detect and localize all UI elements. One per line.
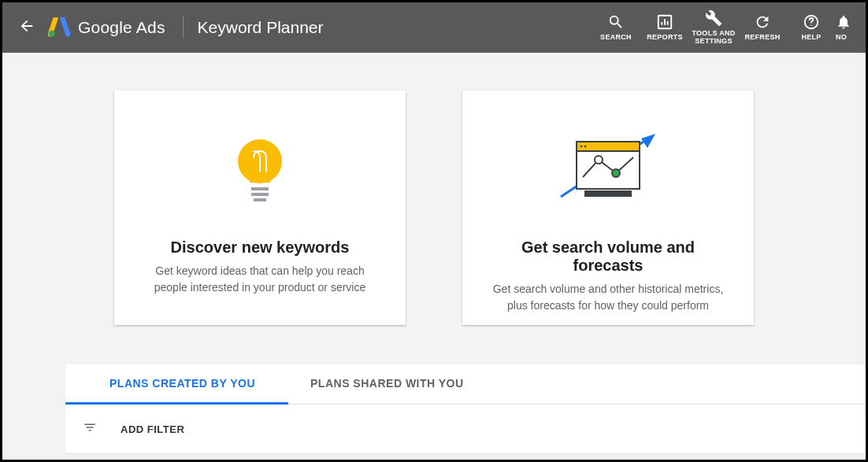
discover-desc: Get keyword ideas that can help you reac… [138, 263, 382, 296]
arrow-left-icon [18, 17, 35, 35]
forecasts-desc: Get search volume and other historical m… [486, 281, 730, 314]
option-cards: Discover new keywords Get keyword ideas … [114, 91, 754, 325]
wrench-icon [705, 9, 722, 27]
filter-icon [83, 420, 97, 434]
ads-logo-icon [48, 17, 70, 38]
svg-point-18 [612, 169, 620, 177]
search-button[interactable]: SEARCH [592, 13, 640, 42]
svg-point-16 [584, 146, 587, 148]
svg-point-15 [581, 146, 583, 148]
product-name: Google Ads [78, 18, 165, 37]
tab-plans-created[interactable]: PLANS CREATED BY YOU [65, 364, 288, 405]
svg-point-0 [49, 31, 55, 37]
reports-button[interactable]: REPORTS [640, 13, 689, 42]
forecasts-title: Get search volume and forecasts [486, 238, 730, 275]
svg-rect-8 [251, 187, 269, 190]
tab-plans-shared[interactable]: PLANS SHARED WITH YOU [288, 364, 486, 404]
bell-icon [836, 13, 851, 31]
svg-point-17 [595, 156, 603, 164]
svg-marker-12 [641, 134, 655, 148]
plans-panel: PLANS CREATED BY YOU PLANS SHARED WITH Y… [65, 364, 868, 454]
filter-row: ADD FILTER [65, 405, 868, 454]
svg-rect-10 [254, 198, 266, 201]
svg-rect-9 [251, 193, 269, 196]
discover-title: Discover new keywords [171, 238, 350, 257]
plans-tabs: PLANS CREATED BY YOU PLANS SHARED WITH Y… [65, 364, 868, 405]
main-content: Discover new keywords Get keyword ideas … [2, 53, 866, 454]
header-actions: SEARCH REPORTS TOOLS AND SETTINGS REFRES… [592, 9, 859, 46]
refresh-icon [754, 13, 771, 31]
tools-settings-button[interactable]: TOOLS AND SETTINGS [689, 9, 738, 46]
help-icon [803, 13, 820, 31]
help-button[interactable]: HELP [787, 13, 836, 42]
filter-button[interactable] [78, 416, 102, 442]
notifications-label: NO [836, 34, 847, 42]
search-label: SEARCH [600, 34, 632, 42]
notifications-button[interactable]: NO [836, 13, 859, 42]
svg-rect-19 [584, 190, 632, 197]
refresh-button[interactable]: REFRESH [738, 13, 787, 42]
refresh-label: REFRESH [744, 34, 780, 42]
back-arrow-button[interactable] [15, 14, 39, 41]
reports-icon [656, 13, 673, 31]
tools-label: TOOLS AND SETTINGS [689, 30, 738, 46]
google-ads-logo[interactable]: Google Ads [48, 17, 165, 38]
discover-keywords-card[interactable]: Discover new keywords Get keyword ideas … [114, 91, 406, 325]
header-divider [183, 17, 184, 39]
add-filter-button[interactable]: ADD FILTER [121, 423, 184, 435]
forecasts-card[interactable]: Get search volume and forecasts Get sear… [462, 91, 754, 325]
help-label: HELP [801, 34, 821, 42]
search-icon [607, 13, 625, 31]
chart-arrow-icon [553, 130, 663, 216]
page-title: Keyword Planner [198, 18, 324, 37]
app-header: Google Ads Keyword Planner SEARCH REPORT… [2, 2, 866, 53]
lightbulb-icon [232, 130, 287, 216]
reports-label: REPORTS [647, 34, 683, 42]
svg-point-6 [811, 24, 811, 25]
